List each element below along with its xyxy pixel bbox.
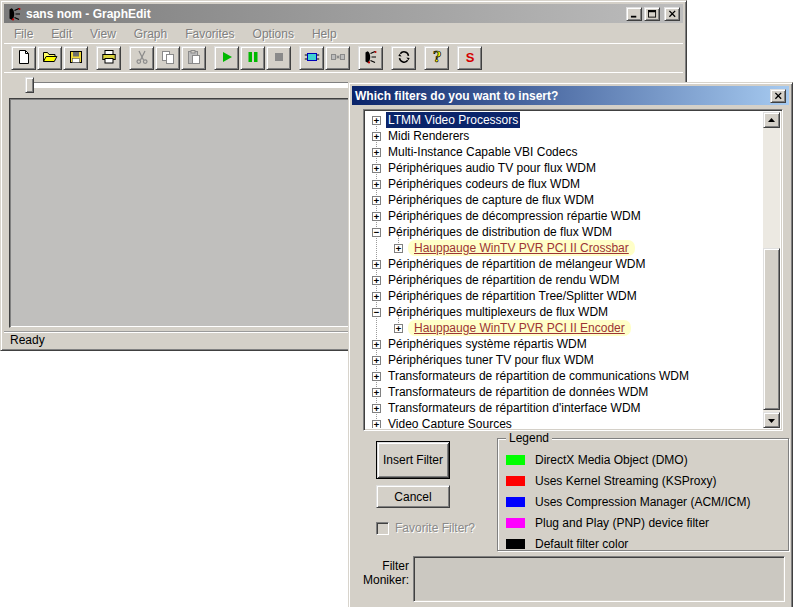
tree-item-label[interactable]: Périphériques multiplexeurs de flux WDM	[386, 304, 610, 320]
pause-button[interactable]	[240, 46, 265, 70]
tree-item[interactable]: +Périphériques de répartition Tree/Split…	[366, 288, 763, 304]
tree-item[interactable]: +Périphériques codeurs de flux WDM	[366, 176, 763, 192]
tree-item[interactable]: +Multi-Instance Capable VBI Codecs	[366, 144, 763, 160]
save-button[interactable]	[63, 46, 88, 70]
expand-icon[interactable]: +	[372, 116, 381, 125]
paste-button[interactable]	[181, 46, 206, 70]
expand-icon[interactable]: +	[372, 180, 381, 189]
tree-item[interactable]: +Video Capture Sources	[366, 416, 763, 428]
scroll-down-button[interactable]	[763, 412, 780, 428]
expand-icon[interactable]: +	[394, 244, 403, 253]
dialog-titlebar[interactable]: Which filters do you want to insert?	[352, 86, 789, 105]
scroll-thumb[interactable]	[763, 248, 780, 410]
tree-item-label[interactable]: Périphériques codeurs de flux WDM	[386, 176, 582, 192]
collapse-icon[interactable]: −	[372, 308, 381, 317]
tree-item[interactable]: +Périphériques de capture de flux WDM	[366, 192, 763, 208]
play-button[interactable]	[214, 46, 239, 70]
menu-view[interactable]: View	[81, 26, 125, 42]
tree-item[interactable]: +Périphériques de répartition de mélange…	[366, 256, 763, 272]
dialog-close-button[interactable]	[770, 89, 786, 103]
tree-item-label[interactable]: Multi-Instance Capable VBI Codecs	[386, 144, 579, 160]
tree-item-label[interactable]: Périphériques de répartition Tree/Splitt…	[386, 288, 639, 304]
expand-icon[interactable]: +	[372, 212, 381, 221]
tree-item[interactable]: +Périphériques de décompression répartie…	[366, 208, 763, 224]
open-button[interactable]	[37, 46, 62, 70]
cancel-button[interactable]: Cancel	[376, 485, 450, 508]
tree-item-label[interactable]: Video Capture Sources	[386, 416, 514, 428]
tree-item-label[interactable]: Périphériques tuner TV pour flux WDM	[386, 352, 596, 368]
graphedit-logo-button[interactable]	[358, 46, 383, 70]
expand-icon[interactable]: +	[372, 148, 381, 157]
new-button[interactable]	[11, 46, 36, 70]
maximize-button[interactable]	[644, 7, 660, 21]
expand-icon[interactable]: +	[372, 292, 381, 301]
menu-file[interactable]: File	[5, 26, 42, 42]
collapse-icon[interactable]: −	[372, 228, 381, 237]
stats-button[interactable]: S	[457, 46, 482, 70]
favorite-filter-checkbox[interactable]: Favorite Filter?	[376, 521, 475, 535]
expand-icon[interactable]: +	[372, 420, 381, 429]
expand-icon[interactable]: +	[372, 260, 381, 269]
expand-icon[interactable]: +	[372, 340, 381, 349]
expand-icon[interactable]: +	[394, 324, 403, 333]
tree-item[interactable]: +Périphériques tuner TV pour flux WDM	[366, 352, 763, 368]
print-button[interactable]	[96, 46, 121, 70]
cut-button[interactable]	[129, 46, 154, 70]
tree-item-label[interactable]: Périphériques audio TV pour flux WDM	[386, 160, 598, 176]
tree-item-label[interactable]: Périphériques de répartition de mélangeu…	[386, 256, 647, 272]
tree-item[interactable]: +Transformateurs de répartition d'interf…	[366, 400, 763, 416]
tree-item[interactable]: +Périphériques de répartition de rendu W…	[366, 272, 763, 288]
expand-icon[interactable]: +	[372, 388, 381, 397]
menu-options[interactable]: Options	[244, 26, 303, 42]
close-button[interactable]	[664, 7, 680, 21]
tree-item[interactable]: +Hauppauge WinTV PVR PCI II Encoder	[366, 320, 763, 336]
scroll-up-button[interactable]	[763, 112, 780, 128]
tree-item-label[interactable]: Transformateurs de répartition de donnée…	[386, 384, 650, 400]
scroll-track[interactable]	[763, 128, 780, 412]
menu-edit[interactable]: Edit	[42, 26, 81, 42]
tree-item-label[interactable]: Hauppauge WinTV PVR PCI II Encoder	[408, 320, 631, 336]
tree-item-label[interactable]: Périphériques de distribution de flux WD…	[386, 224, 614, 240]
help-button[interactable]: ?	[424, 46, 449, 70]
tree-item[interactable]: +Transformateurs de répartition de commu…	[366, 368, 763, 384]
checkbox-box[interactable]	[376, 522, 389, 535]
tree-item-label[interactable]: LTMM Video Processors	[386, 112, 520, 128]
tree-item-label[interactable]: Transformateurs de répartition de commun…	[386, 368, 691, 384]
tree-item[interactable]: −Périphériques multiplexeurs de flux WDM	[366, 304, 763, 320]
tree-item[interactable]: +Périphériques système répartis WDM	[366, 336, 763, 352]
expand-icon[interactable]: +	[372, 276, 381, 285]
main-titlebar[interactable]: sans nom - GraphEdit	[4, 4, 683, 23]
tree-item-label[interactable]: Périphériques système répartis WDM	[386, 336, 589, 352]
copy-button[interactable]	[155, 46, 180, 70]
minimize-button[interactable]	[626, 7, 642, 21]
menu-help[interactable]: Help	[303, 26, 346, 42]
disconnect-button[interactable]	[325, 46, 350, 70]
expand-icon[interactable]: +	[372, 356, 381, 365]
expand-icon[interactable]: +	[372, 164, 381, 173]
tree-item-label[interactable]: Transformateurs de répartition d'interfa…	[386, 400, 643, 416]
menu-graph[interactable]: Graph	[125, 26, 176, 42]
insert-filter-button[interactable]: Insert Filter	[376, 441, 450, 479]
render-box-icon	[304, 49, 320, 68]
tree-item[interactable]: +LTMM Video Processors	[366, 112, 763, 128]
tree-item-label[interactable]: Midi Renderers	[386, 128, 471, 144]
tree-item[interactable]: +Midi Renderers	[366, 128, 763, 144]
trackbar-thumb[interactable]	[25, 77, 34, 93]
expand-icon[interactable]: +	[372, 196, 381, 205]
tree-item-label[interactable]: Périphériques de répartition de rendu WD…	[386, 272, 621, 288]
expand-icon[interactable]: +	[372, 372, 381, 381]
tree-item-label[interactable]: Périphériques de décompression répartie …	[386, 208, 643, 224]
tree-item-label[interactable]: Périphériques de capture de flux WDM	[386, 192, 596, 208]
tree-item-label[interactable]: Hauppauge WinTV PVR PCI II Crossbar	[408, 240, 635, 256]
render-button[interactable]	[299, 46, 324, 70]
tree-item[interactable]: −Périphériques de distribution de flux W…	[366, 224, 763, 240]
expand-icon[interactable]: +	[372, 132, 381, 141]
expand-icon[interactable]: +	[372, 404, 381, 413]
stop-button[interactable]	[266, 46, 291, 70]
filter-moniker-field[interactable]	[413, 556, 785, 602]
tree-item[interactable]: +Hauppauge WinTV PVR PCI II Crossbar	[366, 240, 763, 256]
menu-favorites[interactable]: Favorites	[176, 26, 243, 42]
tree-item[interactable]: +Périphériques audio TV pour flux WDM	[366, 160, 763, 176]
refresh-button[interactable]	[391, 46, 416, 70]
tree-item[interactable]: +Transformateurs de répartition de donné…	[366, 384, 763, 400]
